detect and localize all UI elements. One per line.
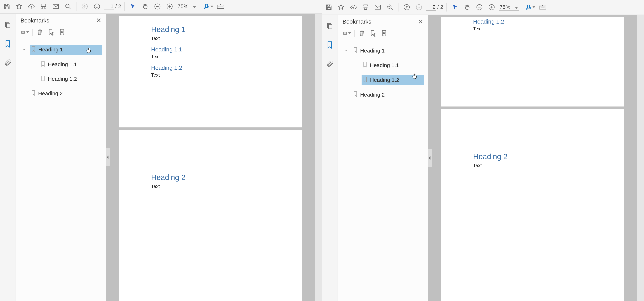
bookmark-label: Heading 1	[38, 46, 100, 53]
bookmark-item[interactable]: Heading 1.1	[20, 58, 103, 71]
add-bookmark-icon[interactable]	[47, 28, 55, 36]
bookmark-icon	[31, 46, 36, 54]
zoom-in-icon[interactable]	[486, 2, 497, 12]
bookmark-item[interactable]: Heading 1.2	[20, 73, 103, 85]
toolbar-separator	[398, 3, 398, 11]
page-1: Heading 1 Text Heading 1.1 Text Heading …	[119, 16, 302, 128]
search-icon[interactable]	[385, 2, 395, 12]
expand-toggle-icon[interactable]	[342, 48, 349, 53]
svg-rect-9	[6, 23, 10, 28]
add-bookmark-icon[interactable]	[369, 29, 377, 37]
bookmark-label: Heading 1.2	[48, 76, 100, 82]
hand-tool-icon[interactable]	[462, 2, 472, 12]
pane-right: 2 / 2 75% Bookmarks ✕	[322, 0, 644, 301]
bookmark-star-icon[interactable]	[58, 28, 66, 36]
save-icon[interactable]	[324, 2, 334, 12]
zoom-in-icon[interactable]	[164, 1, 175, 11]
collapse-handle[interactable]	[428, 149, 432, 167]
side-strip	[0, 14, 16, 301]
svg-rect-0	[53, 4, 58, 9]
bookmark-tree: Heading 1Heading 1.1Heading 1.2Heading 2	[342, 44, 425, 103]
page-indicator: 2 / 2	[426, 4, 443, 10]
page-text: Text	[151, 54, 270, 59]
bookmarks-panel: Bookmarks ✕ Heading 1Heading 1.1Heading …	[338, 15, 428, 301]
star-icon[interactable]	[336, 2, 346, 12]
fit-width-icon[interactable]	[203, 1, 213, 11]
attachments-icon[interactable]	[3, 57, 13, 68]
keyboard-icon[interactable]	[216, 1, 226, 11]
svg-rect-21	[328, 24, 332, 29]
mail-icon[interactable]	[373, 2, 383, 12]
page-input[interactable]: 2	[426, 4, 436, 10]
page-sep: /	[437, 4, 439, 10]
page-2: Heading 2 Text	[119, 130, 302, 301]
delete-icon[interactable]	[358, 29, 366, 37]
bookmark-label: Heading 1.2	[370, 77, 422, 83]
thumbnails-icon[interactable]	[3, 20, 13, 30]
bookmark-item[interactable]: Heading 2	[20, 87, 103, 100]
page-total: 2	[440, 4, 443, 10]
bookmark-item[interactable]: Heading 1	[342, 44, 425, 57]
page-text: Text	[151, 72, 270, 78]
delete-icon[interactable]	[36, 28, 44, 36]
svg-rect-6	[206, 4, 208, 7]
document-scroller[interactable]: Heading 1.2 Text Heading 2 Text	[428, 17, 637, 301]
keyboard-icon[interactable]	[538, 2, 548, 12]
bookmark-item[interactable]: Heading 1	[20, 43, 103, 56]
hand-tool-icon[interactable]	[140, 1, 150, 11]
zoom-value: 75%	[500, 4, 510, 10]
fit-width-icon[interactable]	[525, 2, 535, 12]
prev-page-icon[interactable]	[402, 2, 412, 12]
page-heading: Heading 2	[473, 152, 592, 161]
page-1: Heading 1.2 Text	[441, 17, 624, 107]
pointer-tool-icon[interactable]	[450, 2, 460, 12]
search-icon[interactable]	[63, 1, 73, 11]
page-text: Text	[151, 184, 270, 189]
options-icon[interactable]	[343, 29, 351, 37]
page-total: 2	[118, 3, 121, 9]
cloud-upload-icon[interactable]	[348, 2, 358, 12]
document-view: Heading 1 Text Heading 1.1 Text Heading …	[106, 14, 315, 301]
page-heading: Heading 1	[151, 25, 270, 34]
star-icon[interactable]	[14, 1, 24, 11]
next-page-icon[interactable]	[92, 1, 102, 11]
page-2: Heading 2 Text	[441, 109, 624, 301]
bookmark-star-icon[interactable]	[380, 29, 388, 37]
main-row: Bookmarks ✕ Heading 1Heading 1.1Heading …	[0, 14, 322, 301]
main-row: Bookmarks ✕ Heading 1Heading 1.1Heading …	[322, 15, 644, 301]
bookmarks-icon[interactable]	[3, 39, 13, 49]
bookmark-item[interactable]: Heading 2	[342, 88, 425, 101]
collapse-handle[interactable]	[106, 148, 110, 166]
zoom-out-icon[interactable]	[474, 2, 484, 12]
page-input[interactable]: 1	[104, 3, 114, 10]
bookmark-item[interactable]: Heading 1.2	[342, 73, 425, 86]
pointer-tool-icon[interactable]	[128, 1, 138, 11]
zoom-select[interactable]: 75%	[177, 3, 196, 10]
zoom-out-icon[interactable]	[152, 1, 162, 11]
print-icon[interactable]	[38, 1, 48, 11]
cloud-upload-icon[interactable]	[26, 1, 36, 11]
expand-toggle-icon[interactable]	[20, 47, 27, 52]
prev-page-icon	[80, 1, 90, 11]
options-icon[interactable]	[21, 28, 29, 36]
close-icon[interactable]: ✕	[96, 17, 102, 24]
attachments-icon[interactable]	[325, 59, 335, 69]
save-icon[interactable]	[2, 1, 12, 11]
zoom-select[interactable]: 75%	[499, 3, 518, 11]
scrollbar[interactable]	[315, 14, 322, 301]
bookmark-item[interactable]: Heading 1.1	[342, 59, 425, 71]
scrollbar[interactable]	[637, 15, 644, 301]
document-scroller[interactable]: Heading 1 Text Heading 1.1 Text Heading …	[106, 16, 315, 301]
print-icon[interactable]	[360, 2, 370, 12]
thumbnails-icon[interactable]	[325, 21, 335, 31]
bookmark-icon	[40, 75, 46, 83]
bookmarks-icon[interactable]	[325, 40, 335, 50]
chevron-down-icon	[515, 7, 518, 9]
bookmark-icon	[362, 61, 368, 69]
mail-icon[interactable]	[51, 1, 61, 11]
bookmark-icon	[352, 91, 358, 98]
toolbar-separator	[200, 2, 200, 11]
close-icon[interactable]: ✕	[418, 18, 424, 25]
panel-title: Bookmarks	[342, 18, 371, 25]
bookmark-label: Heading 2	[38, 90, 100, 97]
